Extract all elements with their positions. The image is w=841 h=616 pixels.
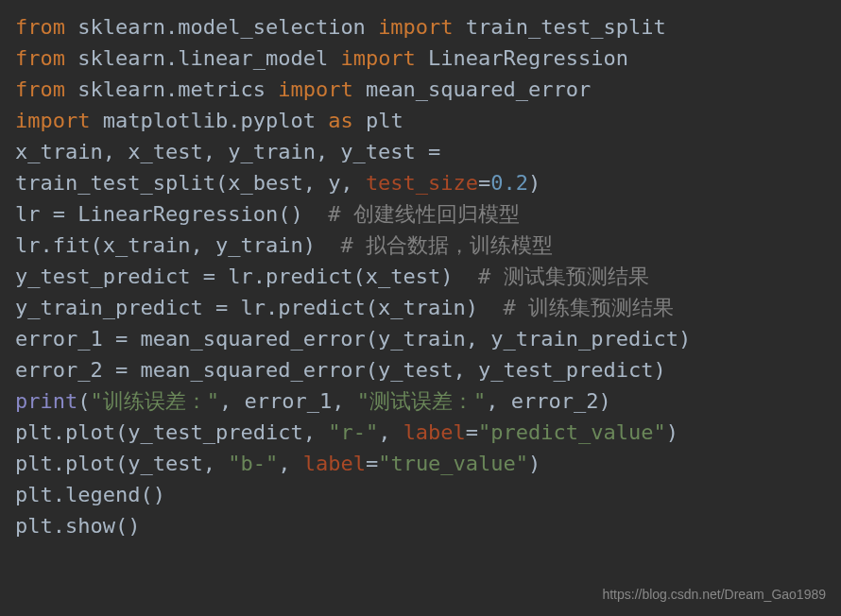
- comment: # 拟合数据，训练模型: [340, 233, 553, 257]
- code-text: ): [528, 452, 541, 475]
- code-block: from sklearn.model_selection import trai…: [15, 11, 826, 541]
- keyword-from: from: [15, 15, 65, 39]
- code-text: train_test_split(x_best, y,: [15, 171, 366, 195]
- comment: # 创建线性回归模型: [328, 202, 520, 226]
- keyword-import: import: [15, 109, 90, 132]
- code-text: lr = LinearRegression(): [15, 202, 328, 226]
- argument-name: test_size: [366, 171, 478, 195]
- code-text: ): [528, 171, 541, 195]
- code-text: =: [478, 171, 490, 195]
- watermark: https://blog.csdn.net/Dream_Gao1989: [602, 585, 826, 605]
- comment: # 训练集预测结果: [504, 296, 675, 319]
- code-text: =: [366, 452, 378, 475]
- code-text: , error_1,: [219, 389, 357, 413]
- code-text: plt.show(): [15, 514, 140, 538]
- code-text: plt.legend(): [15, 483, 165, 506]
- keyword-from: from: [15, 77, 65, 101]
- module-name: sklearn.metrics: [65, 77, 278, 101]
- code-text: y_test_predict = lr.predict(x_test): [15, 265, 478, 288]
- string-literal: "b-": [228, 452, 278, 475]
- string-literal: "测试误差：": [357, 389, 487, 413]
- module-name: sklearn.model_selection: [65, 15, 378, 39]
- module-name: sklearn.linear_model: [65, 46, 340, 70]
- string-literal: "r-": [328, 420, 378, 444]
- import-name: train_test_split: [454, 15, 666, 39]
- keyword-import: import: [278, 77, 352, 101]
- code-text: error_1 = mean_squared_error(y_train, y_…: [15, 327, 691, 351]
- number-literal: 0.2: [490, 171, 528, 195]
- code-text: plt.plot(y_test,: [15, 452, 228, 475]
- import-name: LinearRegression: [416, 46, 628, 70]
- string-literal: "predict_value": [478, 420, 666, 444]
- code-text: x_train, x_test, y_train, y_test =: [15, 140, 454, 163]
- string-literal: "训练误差：": [90, 389, 219, 413]
- code-text: y_train_predict = lr.predict(x_train): [15, 296, 504, 319]
- code-text: plt.plot(y_test_predict,: [15, 420, 328, 444]
- module-name: matplotlib.pyplot: [90, 109, 328, 132]
- keyword-from: from: [15, 46, 65, 70]
- string-literal: "true_value": [378, 452, 528, 475]
- keyword-as: as: [328, 109, 353, 132]
- keyword-import: import: [340, 46, 415, 70]
- argument-name: label: [403, 420, 466, 444]
- code-text: error_2 = mean_squared_error(y_test, y_t…: [15, 358, 666, 382]
- keyword-import: import: [378, 15, 453, 39]
- alias-name: plt: [353, 109, 403, 132]
- code-text: ,: [278, 452, 303, 475]
- code-text: , error_2): [486, 389, 610, 413]
- import-name: mean_squared_error: [353, 77, 592, 101]
- code-text: ,: [378, 420, 403, 444]
- comment: # 测试集预测结果: [478, 265, 649, 288]
- argument-name: label: [303, 452, 366, 475]
- code-text: (: [77, 389, 90, 413]
- builtin-print: print: [15, 389, 77, 413]
- code-text: ): [666, 420, 678, 444]
- code-text: =: [466, 420, 478, 444]
- code-text: lr.fit(x_train, y_train): [15, 233, 340, 257]
